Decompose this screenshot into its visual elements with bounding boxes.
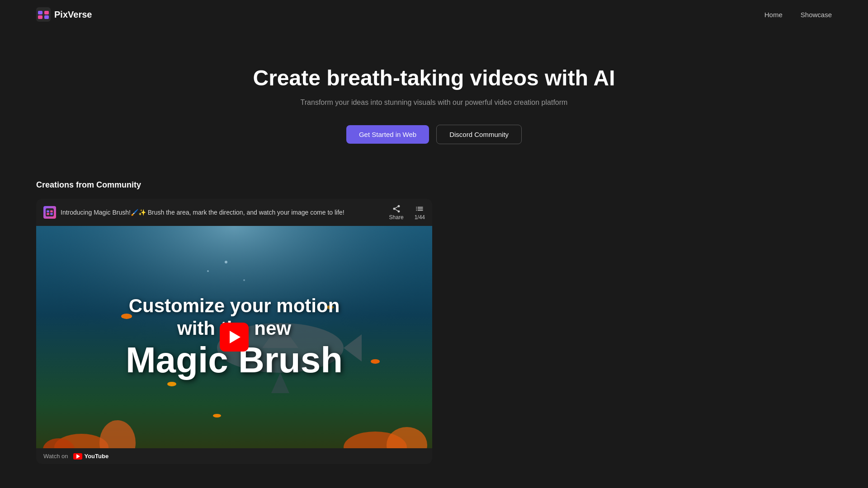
svg-rect-4 <box>44 15 49 19</box>
hero-subtitle: Transform your ideas into stunning visua… <box>301 99 568 107</box>
get-started-button[interactable]: Get Started in Web <box>346 125 429 144</box>
playlist-count: 1/44 <box>415 214 425 221</box>
nav-showcase[interactable]: Showcase <box>801 11 832 19</box>
svg-rect-0 <box>36 7 51 22</box>
video-overlay-line1: Customize your motion <box>126 295 343 317</box>
svg-rect-8 <box>47 213 49 215</box>
hero-buttons: Get Started in Web Discord Community <box>346 125 522 144</box>
video-header: Introducing Magic Brush!🖌️✨ Brush the ar… <box>36 199 432 226</box>
logo[interactable]: PixVerse <box>36 7 92 22</box>
discord-community-button[interactable]: Discord Community <box>436 125 522 144</box>
share-icon <box>392 204 401 213</box>
svg-rect-5 <box>46 208 54 216</box>
playlist-button[interactable]: 1/44 <box>415 204 425 221</box>
hero-title: Create breath-taking videos with AI <box>253 65 615 91</box>
svg-point-25 <box>213 413 221 417</box>
video-header-right: Share 1/44 <box>389 204 425 221</box>
youtube-play-icon <box>76 454 80 459</box>
video-watch-bar: Watch on YouTube <box>36 448 432 464</box>
svg-rect-3 <box>38 15 42 19</box>
share-button[interactable]: Share <box>389 204 404 221</box>
svg-rect-1 <box>38 11 42 14</box>
logo-icon <box>36 7 51 22</box>
hero-section: Create breath-taking videos with AI Tran… <box>0 29 868 171</box>
community-section: Creations from Community Introducing Mag… <box>0 171 868 488</box>
video-container: Introducing Magic Brush!🖌️✨ Brush the ar… <box>36 199 432 465</box>
video-title: Introducing Magic Brush!🖌️✨ Brush the ar… <box>61 209 344 216</box>
video-header-left: Introducing Magic Brush!🖌️✨ Brush the ar… <box>43 206 344 219</box>
youtube-label: YouTube <box>84 453 108 460</box>
video-thumbnail: Customize your motion with the new Magic… <box>36 226 432 449</box>
play-button[interactable] <box>220 323 249 352</box>
svg-point-22 <box>167 381 176 386</box>
nav-home[interactable]: Home <box>764 11 783 19</box>
channel-icon <box>43 206 56 219</box>
svg-rect-6 <box>47 210 49 212</box>
play-button-circle <box>220 323 249 352</box>
youtube-icon <box>73 453 82 460</box>
navbar: PixVerse Home Showcase <box>0 0 868 29</box>
svg-point-27 <box>243 279 245 281</box>
play-triangle-icon <box>230 331 241 343</box>
watch-on-text: Watch on <box>43 453 68 460</box>
youtube-logo[interactable]: YouTube <box>73 453 108 460</box>
share-label: Share <box>389 214 404 221</box>
svg-point-24 <box>371 359 380 363</box>
section-title: Creations from Community <box>36 180 832 190</box>
svg-point-26 <box>225 260 227 263</box>
svg-point-28 <box>207 270 209 272</box>
svg-rect-9 <box>50 213 53 215</box>
svg-rect-7 <box>50 210 53 212</box>
svg-rect-2 <box>44 11 49 14</box>
nav-links: Home Showcase <box>764 11 832 19</box>
logo-text: PixVerse <box>54 9 92 20</box>
video-thumbnail-inner: Customize your motion with the new Magic… <box>36 226 432 449</box>
playlist-icon <box>415 204 424 213</box>
